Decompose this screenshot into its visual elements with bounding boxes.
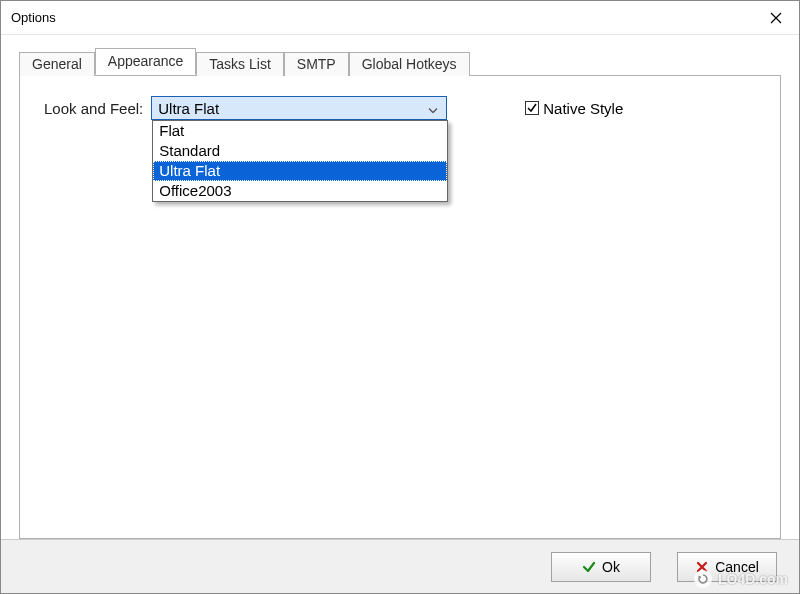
cancel-button[interactable]: Cancel: [677, 552, 777, 582]
window-title: Options: [11, 10, 753, 25]
dropdown-item-standard[interactable]: Standard: [153, 141, 447, 161]
tab-smtp[interactable]: SMTP: [284, 52, 349, 76]
options-window: Options General Appearance Tasks List SM…: [0, 0, 800, 594]
dropdown-item-flat[interactable]: Flat: [153, 121, 447, 141]
checkbox-box: [525, 101, 539, 115]
native-style-checkbox[interactable]: Native Style: [525, 100, 623, 117]
dialog-footer: Ok Cancel: [1, 539, 799, 593]
checkmark-icon: [582, 560, 596, 574]
close-icon: [770, 12, 782, 24]
ok-button[interactable]: Ok: [551, 552, 651, 582]
cross-icon: [695, 560, 709, 574]
dropdown-item-ultra-flat[interactable]: Ultra Flat: [153, 161, 447, 181]
ok-button-label: Ok: [602, 559, 620, 575]
combo-selected-value: Ultra Flat: [158, 100, 219, 117]
tab-appearance[interactable]: Appearance: [95, 48, 197, 75]
content-area: General Appearance Tasks List SMTP Globa…: [1, 35, 799, 539]
tabstrip: General Appearance Tasks List SMTP Globa…: [19, 49, 781, 75]
tab-general[interactable]: General: [19, 52, 95, 76]
look-and-feel-dropdown: Flat Standard Ultra Flat Office2003: [152, 120, 448, 202]
tab-tasks-list[interactable]: Tasks List: [196, 52, 283, 76]
titlebar: Options: [1, 1, 799, 35]
cancel-button-label: Cancel: [715, 559, 759, 575]
close-button[interactable]: [753, 2, 799, 34]
dropdown-item-office2003[interactable]: Office2003: [153, 181, 447, 201]
tab-global-hotkeys[interactable]: Global Hotkeys: [349, 52, 470, 76]
checkmark-icon: [526, 102, 538, 114]
look-and-feel-combo[interactable]: Ultra Flat Flat Standard Ultra Flat Offi…: [151, 96, 447, 120]
chevron-down-icon: [428, 100, 438, 117]
appearance-panel: Look and Feel: Ultra Flat Flat Standard …: [19, 75, 781, 539]
look-and-feel-row: Look and Feel: Ultra Flat Flat Standard …: [44, 96, 756, 120]
look-and-feel-label: Look and Feel:: [44, 100, 143, 117]
native-style-label: Native Style: [543, 100, 623, 117]
